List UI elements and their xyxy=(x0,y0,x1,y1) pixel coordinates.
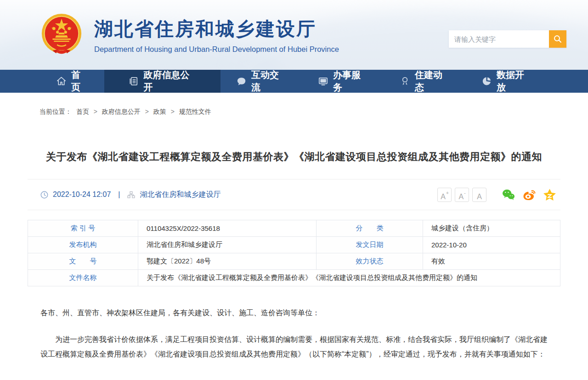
font-increase-button[interactable]: A+ xyxy=(437,188,452,202)
article-body: 各市、州、直管市、神农架林区住建局，各有关建设、设计、施工、造价咨询等单位： 为… xyxy=(28,306,560,362)
monitor-icon xyxy=(318,76,328,87)
document-icon xyxy=(128,76,139,87)
site-title: 湖北省住房和城乡建设厅 xyxy=(94,17,339,42)
document-meta-table: 索 引 号 01104325X/2022-35618 分 类 城乡建设（含住房）… xyxy=(28,220,560,286)
chat-icon xyxy=(236,76,247,87)
article-paragraph: 各市、州、直管市、神农架林区住建局，各有关建设、设计、施工、造价咨询等单位： xyxy=(40,306,548,320)
meta-label-category: 分 类 xyxy=(317,220,423,237)
publish-time: 2022-10-24 12:07 xyxy=(53,190,111,199)
nav-item-interaction[interactable]: 互动交流 xyxy=(220,70,302,93)
wechat-share-icon[interactable] xyxy=(501,188,515,202)
nav-item-label: 互动交流 xyxy=(251,69,287,94)
breadcrumb-separator: > xyxy=(171,108,175,115)
font-reset-button[interactable]: A xyxy=(472,188,486,202)
nav-item-label: 办事服务 xyxy=(333,69,368,94)
national-emblem-logo xyxy=(39,12,84,57)
pie-chart-icon xyxy=(481,76,492,87)
nav-item-home[interactable]: 首页 xyxy=(40,70,104,93)
site-brand: 湖北省住房和城乡建设厅 Department of Housing and Ur… xyxy=(39,12,339,57)
brand-text: 湖北省住房和城乡建设厅 Department of Housing and Ur… xyxy=(94,17,339,54)
table-row: 文 号 鄂建文〔2022〕48号 效力状态 有效 xyxy=(28,253,560,270)
search-input[interactable] xyxy=(449,30,549,48)
meta-label-doc-title: 文件名称 xyxy=(28,270,138,286)
badge-icon xyxy=(400,76,410,87)
breadcrumb: 当前位置： 首页 > 政府信息公开 > 政策 > 规范性文件 xyxy=(40,108,588,116)
search-button[interactable] xyxy=(549,30,566,48)
meta-value-category: 城乡建设（含住房） xyxy=(423,220,560,237)
article-meta-left: 2022-10-24 12:07 | 湖北省住房和城乡建设厅 xyxy=(28,190,220,200)
meta-value-doc-number: 鄂建文〔2022〕48号 xyxy=(138,253,317,270)
nav-item-label: 数据开放 xyxy=(497,69,532,94)
font-size-controls: A+ A- A xyxy=(437,188,486,202)
breadcrumb-normative-docs[interactable]: 规范性文件 xyxy=(179,108,211,115)
site-header: 湖北省住房和城乡建设厅 Department of Housing and Ur… xyxy=(0,0,588,70)
breadcrumb-policy[interactable]: 政策 xyxy=(153,108,166,115)
meta-separator: | xyxy=(118,190,120,199)
article-meta-bar: 2022-10-24 12:07 | 湖北省住房和城乡建设厅 A+ A- A xyxy=(28,179,560,210)
breadcrumb-separator: > xyxy=(145,108,149,115)
article-title: 关于发布《湖北省建设工程概算定额及全费用基价表》《湖北省建设项目总投资组成及其他… xyxy=(28,150,560,164)
sitemap-icon xyxy=(127,191,135,199)
nav-item-gov-info[interactable]: 政府信息公开 xyxy=(104,70,220,93)
table-row: 索 引 号 01104325X/2022-35618 分 类 城乡建设（含住房） xyxy=(28,220,560,237)
meta-value-doc-title: 关于发布《湖北省建设工程概算定额及全费用基价表》《湖北省建设项目总投资组成及其他… xyxy=(138,270,560,286)
nav-item-services[interactable]: 办事服务 xyxy=(302,70,384,93)
table-row: 发布机构 湖北省住房和城乡建设厅 发文日期 2022-10-20 xyxy=(28,237,560,253)
article-meta-right: A+ A- A xyxy=(437,188,560,202)
breadcrumb-home[interactable]: 首页 xyxy=(76,108,89,115)
article-source: 湖北省住房和城乡建设厅 xyxy=(140,190,220,200)
meta-label-validity: 效力状态 xyxy=(317,253,423,270)
breadcrumb-gov-info[interactable]: 政府信息公开 xyxy=(102,108,141,115)
home-icon xyxy=(56,76,67,87)
nav-item-label: 住建动态 xyxy=(415,69,450,94)
weibo-share-icon[interactable] xyxy=(522,188,536,202)
nav-item-open-data[interactable]: 数据开放 xyxy=(466,70,548,93)
meta-label-doc-number: 文 号 xyxy=(28,253,138,270)
qzone-share-icon[interactable] xyxy=(543,188,557,202)
meta-label-index-number: 索 引 号 xyxy=(28,220,138,237)
nav-item-news[interactable]: 住建动态 xyxy=(384,70,466,93)
site-search xyxy=(449,30,566,48)
meta-value-validity: 有效 xyxy=(423,253,560,270)
article-paragraph: 为进一步完善我省计价依据体系，满足工程项目投资估算、设计概算的编制需要，根据国家… xyxy=(40,332,548,362)
breadcrumb-separator: > xyxy=(94,108,97,115)
clock-icon xyxy=(40,191,48,199)
meta-value-issue-date: 2022-10-20 xyxy=(423,237,560,253)
meta-label-issue-date: 发文日期 xyxy=(317,237,423,253)
meta-label-issuing-agency: 发布机构 xyxy=(28,237,138,253)
nav-item-label: 政府信息公开 xyxy=(144,69,197,94)
nav-item-label: 首页 xyxy=(71,69,89,94)
meta-value-issuing-agency: 湖北省住房和城乡建设厅 xyxy=(138,237,317,253)
article: 关于发布《湖北省建设工程概算定额及全费用基价表》《湖北省建设项目总投资组成及其他… xyxy=(0,150,588,362)
table-row: 文件名称 关于发布《湖北省建设工程概算定额及全费用基价表》《湖北省建设项目总投资… xyxy=(28,270,560,286)
font-decrease-button[interactable]: A- xyxy=(455,188,469,202)
main-nav: 首页 政府信息公开 互动交流 办事服务 住建动态 xyxy=(0,70,588,93)
site-subtitle-en: Department of Housing and Urban-Rural De… xyxy=(94,45,339,54)
search-icon xyxy=(553,34,562,44)
meta-value-index-number: 01104325X/2022-35618 xyxy=(138,220,317,237)
breadcrumb-prefix: 当前位置： xyxy=(40,108,72,115)
